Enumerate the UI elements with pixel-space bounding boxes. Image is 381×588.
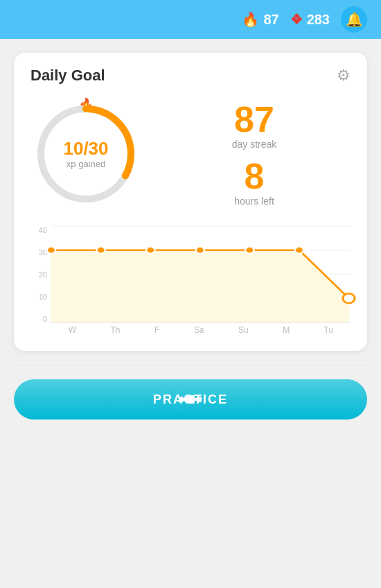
x-label-f: F	[154, 325, 159, 335]
gem-count: 283	[307, 12, 330, 28]
y-label-10: 10	[30, 293, 47, 301]
settings-icon[interactable]: ⚙	[337, 67, 351, 85]
svg-rect-15	[179, 397, 184, 402]
streak-label: day streak	[232, 139, 277, 150]
svg-rect-17	[186, 395, 195, 404]
circle-text: 10/30 xp gained	[63, 139, 108, 169]
practice-button[interactable]: PRACTICE	[14, 379, 367, 420]
streak-stat: 🔥 87	[242, 11, 278, 28]
streak-block: 87 day streak	[232, 101, 277, 150]
daily-goal-card: Daily Goal ⚙ 🔥 10/30 xp gained	[14, 53, 367, 351]
hours-block: 8 hours left	[234, 158, 274, 207]
streak-count: 87	[263, 12, 278, 28]
svg-marker-7	[51, 250, 349, 322]
y-label-20: 20	[30, 270, 47, 279]
divider	[14, 365, 367, 365]
card-header: Daily Goal ⚙	[30, 67, 351, 85]
chart-inner	[51, 226, 351, 323]
svg-rect-19	[197, 397, 202, 402]
chart-area: 40 30 20 10 0	[30, 226, 351, 337]
svg-point-14	[343, 293, 355, 303]
circular-progress: 🔥 10/30 xp gained	[30, 98, 141, 209]
hours-number: 8	[234, 158, 274, 194]
svg-point-9	[96, 247, 105, 254]
svg-point-10	[146, 247, 154, 254]
x-label-sa: Sa	[194, 325, 204, 335]
y-label-0: 0	[30, 315, 47, 323]
progress-section: 🔥 10/30 xp gained 87 day streak	[30, 98, 351, 209]
main-content: Daily Goal ⚙ 🔥 10/30 xp gained	[0, 39, 381, 588]
y-label-30: 30	[30, 248, 47, 257]
x-label-m: M	[283, 325, 290, 335]
y-axis-labels: 40 30 20 10 0	[30, 226, 47, 337]
xp-label: xp gained	[63, 159, 108, 169]
stats-right: 87 day streak 8 hours left	[141, 101, 351, 207]
x-label-th: Th	[111, 325, 121, 335]
svg-point-8	[47, 247, 55, 254]
hours-label: hours left	[234, 196, 274, 207]
xp-display: 10/30	[63, 139, 108, 157]
dumbbell-svg	[179, 390, 202, 409]
bell-icon: 🔔	[346, 11, 363, 28]
flame-icon: 🔥	[242, 11, 259, 28]
svg-point-12	[245, 247, 254, 254]
svg-point-13	[295, 247, 303, 254]
x-label-tu: Tu	[324, 325, 334, 335]
x-label-w: W	[69, 325, 76, 335]
streak-number: 87	[232, 101, 277, 137]
x-axis-labels: W Th F Sa Su M Tu	[51, 323, 351, 337]
y-label-40: 40	[30, 226, 47, 234]
notification-button[interactable]: 🔔	[341, 6, 367, 33]
svg-rect-16	[184, 398, 186, 401]
svg-point-11	[196, 247, 204, 254]
chart-container: 40 30 20 10 0	[30, 226, 351, 337]
gem-stat: ❖ 283	[290, 11, 330, 28]
card-title: Daily Goal	[30, 67, 105, 85]
svg-rect-18	[195, 398, 197, 401]
gem-icon: ❖	[290, 11, 303, 28]
x-label-su: Su	[238, 325, 249, 335]
header: 🔥 87 ❖ 283 🔔	[0, 0, 381, 39]
